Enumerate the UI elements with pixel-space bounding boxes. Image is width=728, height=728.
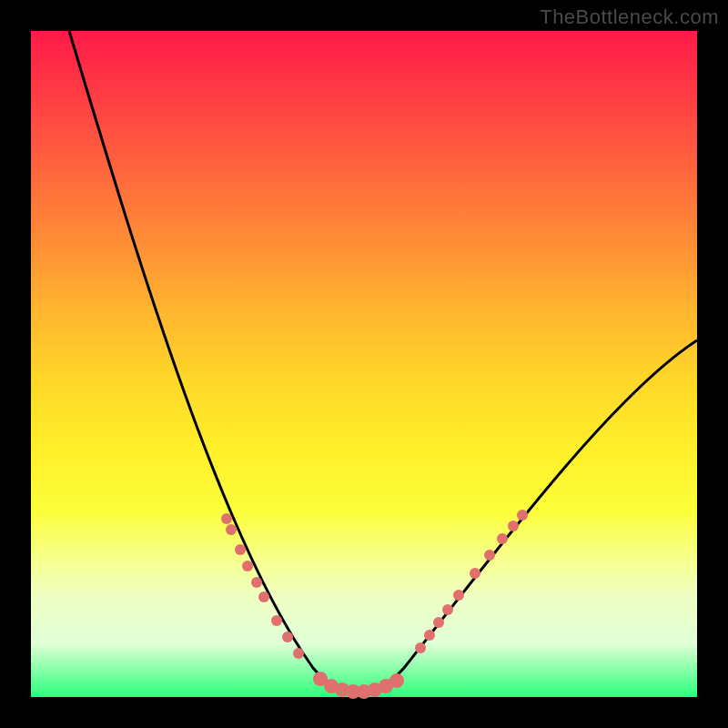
data-marker: [293, 648, 304, 659]
data-marker: [235, 544, 246, 555]
data-marker: [484, 550, 495, 561]
data-marker: [517, 510, 528, 521]
data-marker: [226, 524, 237, 535]
data-marker: [242, 561, 253, 571]
data-marker: [433, 617, 444, 628]
data-marker: [470, 568, 480, 579]
bottleneck-chart: [31, 31, 697, 697]
data-marker: [282, 632, 293, 642]
data-marker: [497, 533, 508, 544]
data-marker: [442, 604, 453, 615]
data-marker: [424, 630, 435, 641]
data-marker: [258, 592, 269, 602]
data-marker: [389, 673, 404, 688]
data-marker: [221, 513, 232, 524]
marker-group: [221, 510, 528, 699]
data-marker: [271, 615, 282, 626]
watermark-label: TheBottleneck.com: [540, 5, 719, 29]
data-marker: [508, 521, 519, 531]
bottleneck-curve: [69, 31, 697, 692]
data-marker: [415, 642, 426, 653]
data-marker: [453, 590, 464, 601]
chart-svg: [31, 31, 697, 697]
data-marker: [251, 577, 262, 588]
